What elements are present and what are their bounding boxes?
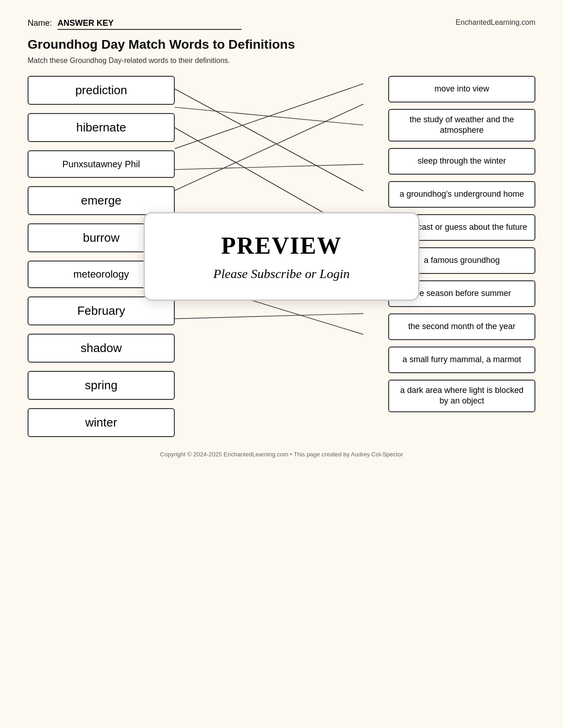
word-box-spring: spring [28,371,175,400]
def-box-small-mammal: a small furry mammal, a marmot [388,347,535,373]
def-box-move-into-view: move into view [388,76,535,102]
preview-overlay: PREVIEW Please Subscribe or Login [144,212,419,301]
word-box-emerge: emerge [28,186,175,215]
word-box-hibernate: hibernate [28,113,175,142]
word-box-winter: winter [28,408,175,437]
name-value: ANSWER KEY [57,18,241,30]
footer: Copyright © 2024-2025 EnchantedLearning.… [28,451,535,458]
def-box-sleep-winter: sleep through the winter [388,148,535,175]
def-box-second-month: the second month of the year [388,313,535,340]
header: Name: ANSWER KEY EnchantedLearning.com [28,18,535,30]
def-box-meteorology: the study of weather and the atmosphere [388,109,535,142]
preview-subtitle: Please Subscribe or Login [172,267,391,281]
def-box-dark-area: a dark area where light is blocked by an… [388,380,535,412]
word-box-prediction: prediction [28,76,175,105]
subtitle: Match these Groundhog Day-related words … [28,57,535,65]
word-box-punxsutawney: Punxsutawney Phil [28,150,175,178]
def-box-underground-home: a groundhog's underground home [388,181,535,208]
page-title: Groundhog Day Match Words to Definitions [28,37,535,52]
match-container: prediction hibernate Punxsutawney Phil e… [28,76,535,437]
name-line: Name: ANSWER KEY [28,18,241,30]
site-name: EnchantedLearning.com [456,18,535,27]
preview-title: PREVIEW [172,232,391,259]
word-box-shadow: shadow [28,334,175,363]
name-label: Name: [28,18,52,28]
